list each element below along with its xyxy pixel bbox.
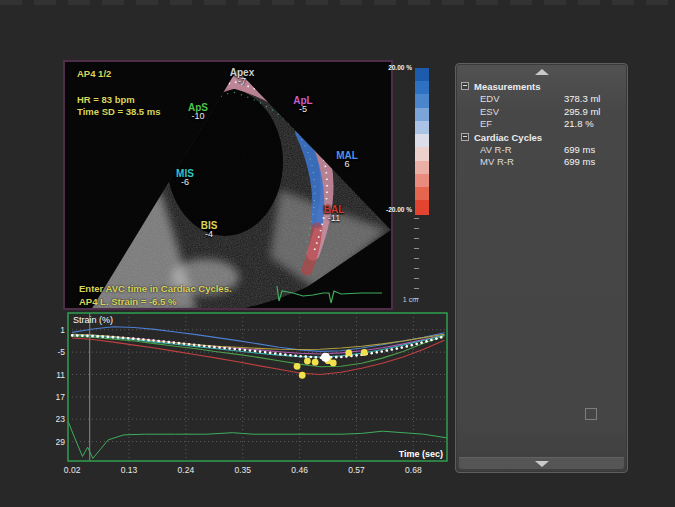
panel-bottom-bar xyxy=(459,457,624,469)
measurement-row: MV R-R699 ms xyxy=(456,156,627,169)
section-header[interactable]: Cardiac Cycles xyxy=(456,131,627,144)
colorbar-max-label: 20.00 % xyxy=(368,64,412,71)
view-label: AP4 1/2 xyxy=(77,69,111,79)
section-header[interactable]: Measurements xyxy=(456,80,627,93)
global-strain-value: AP4 L. Strain = -6.5 % xyxy=(79,297,176,307)
svg-text:Strain (%): Strain (%) xyxy=(73,315,113,325)
scroll-down-icon[interactable] xyxy=(535,461,549,467)
strain-chart: 1-5-11-17-23-290.020.130.240.350.460.570… xyxy=(56,310,456,482)
svg-text:1: 1 xyxy=(60,325,65,335)
measurement-row: EF21.8 % xyxy=(456,118,627,131)
svg-text:0.57: 0.57 xyxy=(348,465,365,475)
ultrasound-image-panel: AP4 1/2 HR = 83 bpm Time SD = 38.5 ms Ap… xyxy=(63,60,393,310)
collapse-icon[interactable] xyxy=(461,133,469,141)
segment-label-aps: ApS-10 xyxy=(176,102,220,122)
measurement-list: MeasurementsEDV378.3 mlESV295.9 mlEF21.8… xyxy=(456,80,627,169)
svg-text:-17: -17 xyxy=(56,392,65,402)
svg-text:0.24: 0.24 xyxy=(178,465,195,475)
measurement-row: EDV378.3 ml xyxy=(456,93,627,106)
avc-prompt: Enter AVC time in Cardiac Cycles. xyxy=(79,284,232,294)
svg-text:0.68: 0.68 xyxy=(405,465,422,475)
colorbar-min-label: -20.00 % xyxy=(368,206,412,213)
svg-text:0.13: 0.13 xyxy=(121,465,138,475)
svg-text:0.02: 0.02 xyxy=(64,465,81,475)
strain-colorbar xyxy=(415,68,429,215)
measurements-panel: MeasurementsEDV378.3 mlESV295.9 mlEF21.8… xyxy=(455,63,628,473)
measurement-row: ESV295.9 ml xyxy=(456,106,627,119)
svg-text:0.35: 0.35 xyxy=(234,465,251,475)
depth-ruler xyxy=(414,218,419,302)
svg-text:-29: -29 xyxy=(56,437,65,447)
time-sd-label: Time SD = 38.5 ms xyxy=(77,107,161,117)
segment-label-apl: ApL-5 xyxy=(281,95,325,115)
application-window: AP4 1/2 HR = 83 bpm Time SD = 38.5 ms Ap… xyxy=(0,0,675,507)
svg-text:Time (sec): Time (sec) xyxy=(399,449,443,459)
measurement-row: AV R-R699 ms xyxy=(456,144,627,157)
svg-text:0.46: 0.46 xyxy=(291,465,308,475)
collapse-icon[interactable] xyxy=(461,82,469,90)
svg-text:-11: -11 xyxy=(56,370,65,380)
scroll-up-icon[interactable] xyxy=(535,69,549,75)
svg-text:-5: -5 xyxy=(57,347,65,357)
segment-label-apex: Apex-7 xyxy=(220,67,264,87)
segment-label-mal: MAL6 xyxy=(325,150,369,170)
segment-label-mis: MIS-6 xyxy=(163,168,207,188)
segment-label-bis: BIS-4 xyxy=(187,220,231,240)
resize-handle-icon[interactable] xyxy=(585,408,597,420)
svg-text:-23: -23 xyxy=(56,414,65,424)
scale-label: 1 cm xyxy=(394,296,418,303)
segment-label-bal: BAL-11 xyxy=(312,204,356,224)
heart-rate-label: HR = 83 bpm xyxy=(77,95,135,105)
